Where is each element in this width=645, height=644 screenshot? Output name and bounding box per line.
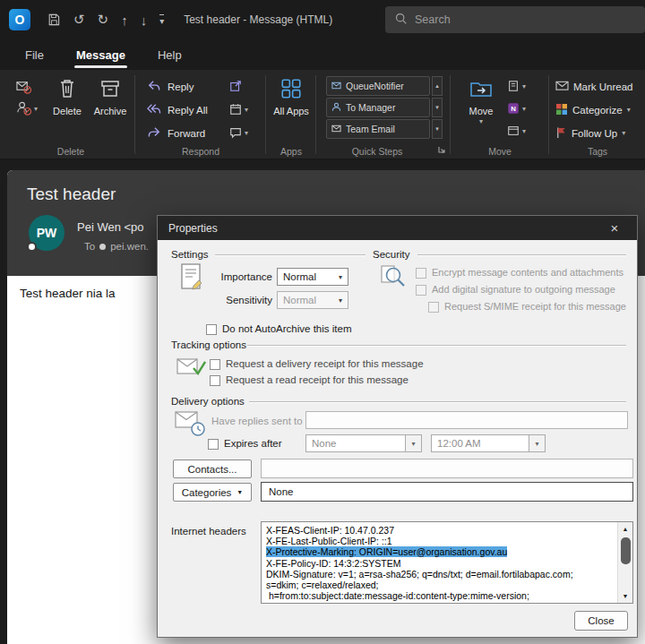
have-replies-label: Have replies sent to: [211, 416, 303, 426]
encrypt-checkbox[interactable]: Encrypt message contents and attachments: [416, 267, 624, 279]
follow-up-button[interactable]: Follow Up ▾: [555, 126, 625, 141]
previous-item-icon[interactable]: ↑: [121, 13, 128, 28]
expires-date-dropdown[interactable]: None ▾: [305, 434, 422, 452]
headers-scrollbar[interactable]: ▲ ▼: [617, 522, 632, 603]
quick-step-queuenotifier[interactable]: QueueNotifier: [326, 76, 430, 96]
calendar-icon: [229, 103, 242, 117]
categories-field[interactable]: None: [261, 482, 633, 502]
have-replies-input[interactable]: [305, 411, 628, 429]
delete-button[interactable]: Delete: [47, 77, 88, 116]
ignore-icon[interactable]: [16, 79, 31, 96]
dialog-titlebar[interactable]: Properties ×: [158, 216, 637, 240]
categorize-icon: [555, 103, 568, 117]
scrollbar-thumb[interactable]: [621, 537, 631, 564]
autoarchive-checkbox[interactable]: Do not AutoArchive this item: [206, 323, 351, 335]
rules-button[interactable]: ▾: [507, 80, 526, 94]
quick-steps-scroll: ▴ ▾ ▾: [432, 76, 443, 139]
save-icon[interactable]: [47, 13, 61, 27]
categorize-button[interactable]: Categorize ▾: [555, 103, 631, 117]
ribbon-group-move: Move ▾ ▾ N ▾ ▾ Move: [452, 70, 548, 159]
menu-help[interactable]: Help: [145, 42, 194, 68]
im-reply-button[interactable]: ▾: [229, 126, 248, 141]
quick-step-to-manager[interactable]: To Manager: [326, 98, 430, 117]
smime-receipt-checkbox[interactable]: Request S/MIME receipt for this message: [428, 301, 626, 313]
checkbox-icon: [206, 324, 217, 335]
delivery-section-label: Delivery options: [171, 396, 248, 407]
search-box[interactable]: [385, 6, 645, 33]
reply-button[interactable]: Reply: [147, 80, 194, 94]
internet-headers-label: Internet headers: [171, 526, 246, 537]
close-button[interactable]: Close: [574, 611, 628, 631]
chevron-down-icon: ▾: [245, 107, 248, 114]
svg-text:N: N: [511, 105, 516, 113]
expires-time-dropdown[interactable]: 12:00 AM ▾: [431, 434, 546, 452]
menu-file[interactable]: File: [13, 42, 56, 68]
sensitivity-label: Sensitivity: [211, 295, 272, 305]
security-magnifier-icon: [378, 262, 407, 293]
internet-headers-text[interactable]: X-FEAS-Client-IP: 10.47.0.237 X-FE-Last-…: [262, 522, 617, 603]
ribbon-group-respond: Reply Reply All Forward ▾ ▾ Respond: [136, 70, 265, 159]
importance-label: Importance: [211, 271, 272, 282]
rules-icon: [507, 80, 520, 94]
onenote-button[interactable]: N ▾: [507, 102, 526, 116]
delivery-receipt-checkbox[interactable]: Request a delivery receipt for this mess…: [210, 358, 424, 370]
move-folder-icon: [460, 77, 502, 100]
quick-steps-dialog-launcher-icon[interactable]: [437, 145, 446, 156]
more-steps-icon[interactable]: ▾: [432, 119, 443, 139]
importance-dropdown[interactable]: Normal ▾: [277, 268, 348, 286]
all-apps-button[interactable]: All Apps: [267, 77, 315, 117]
presence-dot-icon: [27, 242, 37, 252]
forward-button[interactable]: Forward: [147, 126, 205, 141]
digital-signature-checkbox[interactable]: Add digital signature to outgoing messag…: [416, 284, 615, 296]
ribbon: ▾ Delete Archive Delete Reply: [0, 70, 645, 159]
chevron-down-icon: ▾: [460, 118, 502, 125]
person-icon: [331, 102, 341, 114]
sender-name[interactable]: Pei Wen <po: [77, 220, 144, 234]
move-button[interactable]: Move ▾: [460, 77, 502, 125]
next-item-icon[interactable]: ↓: [141, 13, 148, 28]
recipient-name[interactable]: pei.wen.: [110, 241, 149, 252]
menu-message[interactable]: Message: [64, 42, 138, 68]
customize-toolbar-icon[interactable]: ▾: [159, 14, 164, 26]
team-mail-icon: [331, 124, 341, 135]
read-receipt-checkbox[interactable]: Request a read receipt for this message: [210, 374, 408, 386]
close-icon[interactable]: ×: [603, 216, 626, 240]
scroll-up-icon[interactable]: ▲: [618, 522, 632, 536]
delivery-receipt-icon: [176, 354, 206, 382]
share-to-teams-button[interactable]: [229, 80, 242, 94]
ribbon-group-delete: ▾ Delete Archive Delete: [7, 70, 134, 159]
internet-headers-box[interactable]: X-FEAS-Client-IP: 10.47.0.237 X-FE-Last-…: [261, 521, 633, 604]
actions-button[interactable]: ▾: [507, 125, 526, 139]
categories-button[interactable]: Categories ▼: [173, 483, 252, 502]
security-section-label: Security: [373, 249, 414, 260]
quick-steps-list: QueueNotifier To Manager Team Email: [326, 76, 430, 139]
sensitivity-dropdown[interactable]: Normal ▾: [277, 291, 348, 309]
reply-all-button[interactable]: Reply All: [147, 103, 208, 117]
undo-icon[interactable]: ↺: [73, 12, 85, 28]
archive-button[interactable]: Archive: [90, 77, 131, 116]
scroll-down-icon[interactable]: ▾: [432, 98, 443, 117]
settings-page-icon: [177, 262, 204, 293]
scroll-down-icon[interactable]: ▼: [618, 589, 632, 603]
contacts-button[interactable]: Contacts...: [173, 459, 252, 478]
block-sender-chevron-icon[interactable]: ▾: [34, 106, 38, 113]
group-label-quick-steps: Quick Steps: [317, 146, 437, 157]
block-sender-icon[interactable]: [16, 100, 31, 117]
search-input[interactable]: [415, 13, 594, 26]
onenote-icon: N: [507, 102, 520, 116]
expires-after-checkbox[interactable]: Expires after: [208, 438, 282, 450]
chevron-down-icon: ▾: [522, 128, 526, 135]
contacts-input[interactable]: [261, 459, 633, 478]
to-label: To: [84, 241, 95, 252]
chat-icon: [229, 126, 242, 141]
mark-unread-button[interactable]: Mark Unread: [555, 80, 632, 93]
checkbox-icon: [428, 302, 439, 313]
scroll-up-icon[interactable]: ▴: [432, 76, 443, 96]
checkbox-icon: [210, 375, 220, 386]
quick-step-team-email[interactable]: Team Email: [326, 119, 430, 139]
meeting-button[interactable]: ▾: [229, 103, 248, 117]
recipient-presence-icon: [99, 244, 106, 250]
redo-icon[interactable]: ↻: [98, 12, 109, 28]
group-label-delete: Delete: [7, 146, 134, 157]
group-label-move: Move: [452, 146, 548, 157]
